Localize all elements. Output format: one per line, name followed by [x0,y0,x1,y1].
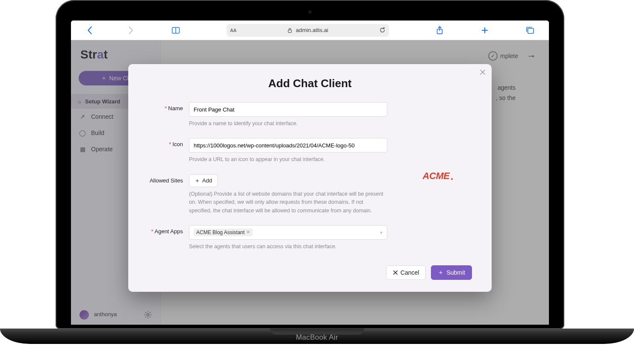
laptop-brand: MacBook Air [296,333,338,342]
help-agent-apps: Select the agents that users can access … [189,243,387,251]
forward-button[interactable] [121,23,140,37]
operate-icon: ▦ [79,146,86,153]
agent-apps-select[interactable]: ACME Blog Assistant ✕ ▾ [189,225,387,240]
cancel-label: Cancel [401,269,419,276]
bg-text-line-1: agents [498,84,516,91]
back-button[interactable] [80,23,99,37]
add-label: Add [202,177,212,184]
svg-rect-0 [288,30,292,32]
add-chat-client-dialog: Add Chat Client *Name Provide a name to … [128,64,492,292]
screen: AA admin.atlis.ai [71,21,549,325]
submit-label: Submit [446,269,465,276]
plus-icon: ＋ [101,74,107,82]
submit-button[interactable]: ＋ Submit [431,265,472,280]
wizard-step-complete: ✓ mplete [488,51,518,61]
chevron-down-icon: ▾ [380,229,383,235]
plus-icon: ＋ [195,177,200,185]
user-name: anthonya [94,311,117,317]
name-input[interactable] [189,102,387,117]
field-agent-apps: *Agent Apps ACME Blog Assistant ✕ ▾ Sel [148,225,387,251]
arrow-right-icon[interactable]: → [527,50,536,62]
close-icon [480,69,486,75]
field-icon: *Icon Provide a URL to an icon to appear… [148,138,387,164]
check-icon: ✓ [488,51,498,61]
field-name: *Name Provide a name to identify your ch… [148,102,387,128]
agent-app-tag: ACME Blog Assistant ✕ [194,229,253,236]
share-button[interactable] [430,23,449,37]
address-bar-container: AA admin.atlis.ai [188,24,428,37]
sidebar-footer: anthonya [71,310,160,320]
wizard-step-label: mplete [500,53,518,59]
connect-icon: ↗ [79,113,86,120]
cancel-button[interactable]: Cancel [386,265,426,280]
settings-gear-button[interactable] [144,311,152,319]
svg-point-3 [147,314,149,316]
sidebar-item-label: Build [91,129,104,136]
dialog-form: *Name Provide a name to identify your ch… [148,102,387,261]
reload-button[interactable] [379,27,386,33]
gear-icon [144,311,152,319]
close-icon [393,270,398,275]
avatar [80,310,89,320]
sidebar-item-label: Connect [91,113,113,120]
icon-preview: ACME [400,102,472,182]
address-bar[interactable]: AA admin.atlis.ai [227,24,389,37]
bookmarks-button[interactable] [167,23,186,37]
label-icon: Icon [172,141,183,147]
new-tab-button[interactable] [475,23,494,37]
acme-logo: ACME [423,170,450,182]
tabs-overview-button[interactable] [521,23,540,37]
help-icon: Provide a URL to an icon to appear in yo… [189,156,387,164]
bg-text-line-2: , so the [496,94,516,101]
icon-url-input[interactable] [189,138,387,153]
browser-toolbar: AA admin.atlis.ai [71,21,549,40]
plus-icon: ＋ [438,269,444,276]
url-text: admin.atlis.ai [296,27,328,33]
add-site-button[interactable]: ＋ Add [189,174,218,187]
user-chip[interactable]: anthonya [80,310,117,320]
camera-dot [308,10,312,14]
help-name: Provide a name to identify your chat int… [189,120,387,128]
tag-remove-button[interactable]: ✕ [246,229,250,235]
svg-rect-2 [528,28,534,33]
wizard-steps: ✓ mplete → [174,50,536,62]
sidebar-item-label: Operate [91,146,113,153]
lock-icon [287,28,292,33]
sidebar-item-label: Setup Wizard [85,98,120,105]
wizard-icon: ☼ [76,98,83,105]
reader-aa-button[interactable]: AA [230,28,236,33]
field-allowed-sites: Allowed Sites ＋ Add (Optional) Provide a… [148,174,387,215]
agent-app-tag-label: ACME Blog Assistant [196,229,245,235]
help-allowed-sites: (Optional) Provide a list of website dom… [189,190,387,215]
new-chat-label: New Ch [109,75,131,82]
close-button[interactable] [480,69,486,75]
label-agent-apps: Agent Apps [155,228,183,235]
build-icon: ◯ [79,129,86,136]
dialog-footer: Cancel ＋ Submit [148,265,472,280]
label-name: Name [168,105,183,112]
label-allowed-sites: Allowed Sites [150,177,183,184]
laptop-frame: AA admin.atlis.ai [56,0,564,329]
app-root: Strat ＋ New Ch ☼ Setup Wizard ↗ Connect … [71,40,549,325]
dialog-title: Add Chat Client [148,77,472,90]
